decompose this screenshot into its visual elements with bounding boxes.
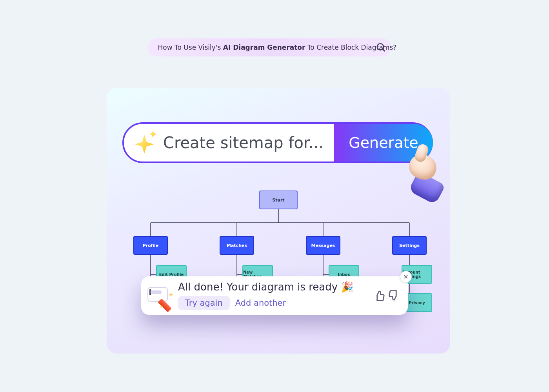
node-profile[interactable]: Profile [133, 236, 168, 255]
node-messages[interactable]: Messages [306, 236, 340, 255]
node-settings[interactable]: Settings [392, 236, 427, 255]
search-text-prefix: How To Use Visily's [158, 44, 221, 51]
generation-toast: All done! Your diagram is ready 🎉 Try ag… [141, 276, 408, 315]
prompt-input[interactable]: Create sitemap for... [163, 134, 334, 152]
search-icon[interactable] [376, 42, 386, 53]
thumbs-up-icon[interactable] [373, 289, 387, 303]
toast-divider [366, 287, 366, 305]
magic-wand-icon [147, 285, 173, 306]
close-icon[interactable] [400, 271, 412, 283]
thumbs-down-icon[interactable] [387, 289, 401, 303]
generate-button-label: Generate [349, 134, 418, 151]
try-again-button[interactable]: Try again [178, 296, 230, 310]
svg-line-1 [383, 49, 385, 51]
svg-point-0 [377, 44, 384, 50]
prompt-bar: Create sitemap for... Generate [122, 122, 433, 163]
sparkle-icon [132, 129, 158, 156]
search-text-bold: AI Diagram Generator [223, 44, 305, 51]
page-search-pill[interactable]: How To Use Visily's AI Diagram Generator… [148, 38, 392, 56]
toast-title: All done! Your diagram is ready 🎉 [178, 281, 360, 293]
node-start[interactable]: Start [259, 191, 298, 209]
node-matches[interactable]: Matches [220, 236, 254, 255]
generate-button[interactable]: Generate [334, 124, 433, 162]
add-another-button[interactable]: Add another [235, 298, 286, 308]
